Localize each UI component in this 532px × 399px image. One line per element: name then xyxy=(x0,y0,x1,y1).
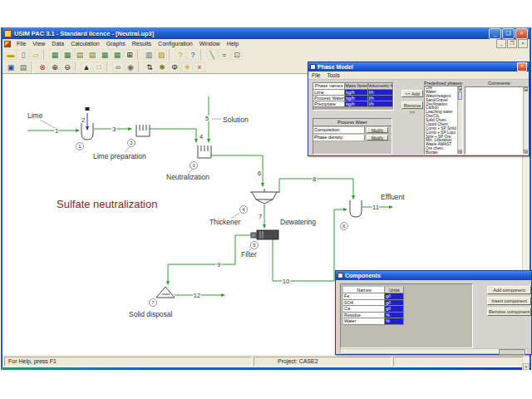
components-table: Names Units Fe g/l SO4 g/l Ca g/l xyxy=(343,287,404,325)
screenshot: USIM PAC 3.1 - Standard licence - [Neutr… xyxy=(0,0,532,399)
component-row-water[interactable]: Water % xyxy=(343,318,404,325)
scroll-up-icon[interactable]: ▲ xyxy=(524,87,528,91)
modify-composition-button[interactable]: Modify xyxy=(367,127,388,133)
phase-model-close-icon[interactable]: × xyxy=(517,62,527,71)
stream-8-label: 8 xyxy=(313,175,316,183)
solution-label: Solution xyxy=(223,116,249,124)
scroll-down-icon[interactable]: ▼ xyxy=(458,150,462,154)
stream-6-label: 6 xyxy=(258,170,261,177)
stream-8[interactable] xyxy=(279,179,353,199)
comments-label: Comments: xyxy=(488,81,511,86)
phase-menu-tools[interactable]: Tools xyxy=(327,72,339,78)
phase-table: Phase names Mass flowrate Volumetric flo… xyxy=(313,82,394,111)
modify-density-button[interactable]: Modify xyxy=(367,135,388,140)
unit-number-6: 6 xyxy=(341,223,348,230)
unit-number-5: 5 xyxy=(251,242,259,249)
dialog-icon xyxy=(310,64,316,70)
phase-model-menu: File Tools xyxy=(308,71,529,80)
unit-number-1: 1 xyxy=(76,143,84,150)
phase-table-header-mass: Mass flowrate xyxy=(345,83,367,90)
process-water-group: Process Water Composition Modify Phase d… xyxy=(313,118,392,155)
lime-preparation-label: Lime preparation xyxy=(93,152,146,160)
components-header-names: Names xyxy=(343,287,385,293)
unit-number-3: 3 xyxy=(190,162,198,170)
solid-disposal-label: Solid disposal xyxy=(129,310,173,318)
effluent-label: Effluent xyxy=(381,193,405,201)
stream-1-label: 1 xyxy=(55,127,58,135)
component-row-fe[interactable]: Fe g/l xyxy=(343,293,404,300)
unit-2-lime-preparation-tank[interactable] xyxy=(136,125,150,136)
stream-12-label: 12 xyxy=(194,292,200,299)
stream-6[interactable] xyxy=(211,155,263,186)
phase-row-process-water[interactable]: Process Water kg/h l/h xyxy=(313,96,393,101)
stream-9-label: 9 xyxy=(217,261,220,268)
add-component-button[interactable]: Add component xyxy=(487,286,531,294)
stream-4[interactable] xyxy=(150,129,196,142)
list-scrollbar[interactable]: ▲ ▼ xyxy=(457,86,462,154)
phase-model-body: Phase names Mass flowrate Volumetric flo… xyxy=(308,80,529,156)
phase-model-title-bar[interactable]: Phase Model × xyxy=(308,62,529,71)
unit-7-solid-disposal[interactable] xyxy=(156,287,175,298)
components-dialog: Components Names Units Fe g/l SO4 g/l xyxy=(335,270,532,355)
stream-3-label: 3 xyxy=(112,126,116,133)
insert-component-button[interactable]: Insert component xyxy=(487,297,531,305)
flowsheet-title: Sulfate neutralization xyxy=(57,198,157,210)
scroll-up-icon[interactable]: ▲ xyxy=(458,86,462,91)
stream-7-label: 7 xyxy=(259,213,262,220)
components-panel: Names Units Fe g/l SO4 g/l Ca g/l xyxy=(340,283,473,348)
dewatering-label: Dewatering xyxy=(280,218,316,226)
phase-model-title: Phase Model xyxy=(318,64,353,70)
scroll-thumb[interactable] xyxy=(499,349,525,355)
phase-density-field[interactable]: Phase density xyxy=(313,135,365,140)
process-water-group-title: Process Water xyxy=(313,119,392,126)
components-title-bar[interactable]: Components xyxy=(336,271,531,280)
remove-phase-button[interactable]: Remove >> xyxy=(401,101,423,109)
unit-5-filter[interactable] xyxy=(251,230,278,239)
phase-model-dialog: Phase Model × File Tools Phase names Mas… xyxy=(308,62,530,156)
components-body: Names Units Fe g/l SO4 g/l Ca g/l xyxy=(336,280,531,356)
predefined-phases-list[interactable]: Ore Water Water/reagent Sand/Gravel Ore/… xyxy=(424,86,463,155)
neutralization-label: Neutralization xyxy=(166,173,209,181)
unit-4-thickener[interactable] xyxy=(250,189,279,204)
unit-3-neutralization-tank[interactable] xyxy=(198,145,211,158)
phase-table-header-vol: Volumetric flowrate xyxy=(368,83,393,90)
add-phase-button[interactable]: << Add xyxy=(401,90,423,97)
stream-2-label: 2 xyxy=(81,116,85,124)
dialog-icon xyxy=(337,273,343,278)
phase-menu-file[interactable]: File xyxy=(312,72,320,78)
scroll-thumb[interactable] xyxy=(458,91,462,100)
stream-9[interactable] xyxy=(168,235,254,284)
unit-number-7: 7 xyxy=(150,299,157,307)
stream-4-label: 4 xyxy=(200,133,203,140)
component-row-residue[interactable]: Residue % xyxy=(343,313,404,319)
composition-field[interactable]: Composition xyxy=(313,127,365,133)
stream-5-label: 5 xyxy=(205,115,209,122)
phase-table-header-names: Phase names xyxy=(313,83,345,90)
feeder-icon[interactable] xyxy=(86,107,90,111)
comments-box[interactable]: ▲ ▼ xyxy=(465,86,529,155)
leader-line xyxy=(125,146,131,152)
component-row-so4[interactable]: SO4 g/l xyxy=(343,300,404,307)
feed-label: Lime xyxy=(27,111,43,120)
comments-scrollbar[interactable]: ▲ ▼ xyxy=(523,87,528,154)
components-title: Components xyxy=(345,273,381,278)
components-horizontal-scrollbar[interactable] xyxy=(340,348,528,354)
remove-component-button[interactable]: Remove component xyxy=(487,308,531,316)
phase-row-precipitate[interactable]: Precipitate kg/h l/h xyxy=(313,101,393,107)
unit-6-effluent-mixer[interactable] xyxy=(350,200,362,217)
stream-10-label: 10 xyxy=(283,278,289,285)
scroll-down-icon[interactable]: ▼ xyxy=(524,150,528,154)
unit-number-2: 2 xyxy=(128,140,135,147)
component-row-ca[interactable]: Ca g/l xyxy=(343,306,404,313)
filter-label: Filter xyxy=(241,250,257,259)
stream-11-label: 11 xyxy=(372,204,379,211)
unit-number-4: 4 xyxy=(240,206,248,214)
components-header-units: Units xyxy=(385,287,404,293)
thickener-label: Thickener xyxy=(209,218,240,226)
phase-row-lime[interactable]: Lime kg/h l/h xyxy=(313,90,393,96)
